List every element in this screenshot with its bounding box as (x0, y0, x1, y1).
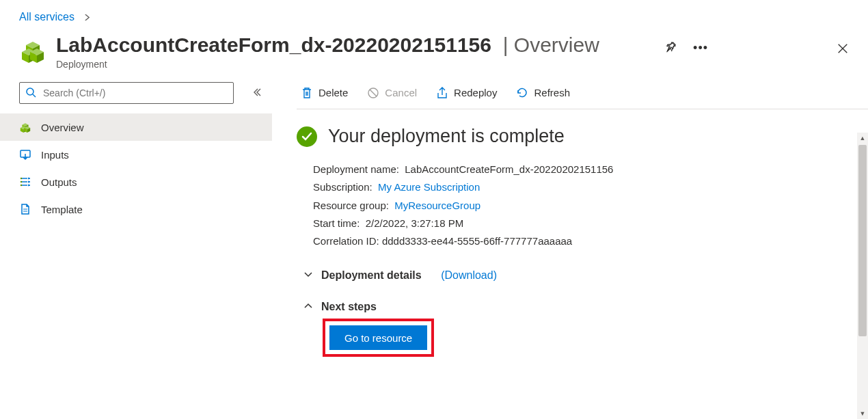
sidebar-item-label: Outputs (41, 176, 77, 188)
sidebar-nav: Overview Inputs Outputs Template (0, 109, 272, 223)
sidebar-item-label: Template (41, 204, 83, 215)
status-message: Your deployment is complete (328, 126, 565, 147)
svg-point-25 (21, 178, 22, 179)
svg-point-26 (21, 181, 22, 183)
svg-point-10 (27, 88, 33, 95)
chevron-down-icon (303, 269, 313, 282)
scroll-thumb[interactable] (858, 145, 867, 336)
resource-group-link[interactable]: MyResourceGroup (394, 200, 480, 211)
go-to-resource-highlight: Go to resource (323, 319, 434, 357)
download-link[interactable]: (Download) (441, 269, 497, 282)
title-resource-name: LabAccountCreateForm_dx-20220202151156 (56, 33, 491, 56)
chevron-up-icon (303, 301, 313, 313)
refresh-icon (516, 87, 528, 99)
go-to-resource-button[interactable]: Go to resource (329, 325, 427, 350)
more-icon[interactable]: ••• (693, 41, 708, 55)
detail-value-deployment: LabAccountCreateForm_dx-20220202151156 (405, 163, 613, 175)
sidebar-item-template[interactable]: Template (0, 195, 272, 223)
cubes-icon (19, 121, 31, 133)
svg-line-31 (370, 90, 377, 96)
breadcrumb-link-all-services[interactable]: All services (19, 11, 74, 23)
toolbar: Delete Cancel Redeploy Refresh (297, 77, 868, 109)
cancel-button: Cancel (367, 87, 417, 99)
subscription-link[interactable]: My Azure Subscription (378, 181, 480, 193)
sidebar-item-label: Inputs (41, 149, 69, 161)
collapse-sidebar-icon[interactable] (252, 87, 261, 99)
detail-value-start-time: 2/2/2022, 3:27:18 PM (366, 217, 463, 229)
page-header: LabAccountCreateForm_dx-20220202151156 |… (0, 29, 868, 77)
sidebar: Overview Inputs Outputs Template (0, 77, 272, 407)
status-row: Your deployment is complete (297, 126, 868, 147)
section-title: Deployment details (321, 269, 422, 282)
detail-label: Deployment name: (313, 163, 399, 175)
detail-label: Resource group: (313, 200, 389, 211)
template-icon (19, 203, 31, 215)
scroll-up-arrow-icon[interactable]: ▲ (857, 133, 868, 144)
delete-button[interactable]: Delete (301, 87, 348, 99)
section-title: Next steps (321, 301, 377, 313)
cancel-icon (367, 87, 379, 99)
toolbar-label: Refresh (534, 87, 570, 98)
search-input[interactable] (42, 87, 228, 99)
page-subtitle: Deployment (56, 59, 664, 70)
inputs-icon (19, 148, 31, 161)
deployment-details-list: Deployment name: LabAccountCreateForm_dx… (313, 161, 868, 250)
breadcrumb: All services (0, 0, 868, 29)
page-title: LabAccountCreateForm_dx-20220202151156 |… (56, 33, 664, 57)
refresh-button[interactable]: Refresh (516, 87, 570, 99)
sidebar-item-overview[interactable]: Overview (0, 113, 272, 141)
next-steps-section[interactable]: Next steps (303, 301, 868, 313)
svg-line-11 (33, 94, 36, 97)
deployment-details-section[interactable]: Deployment details (Download) (303, 269, 868, 282)
detail-label: Correlation ID: (313, 235, 379, 247)
main-content: Delete Cancel Redeploy Refresh (272, 77, 868, 407)
redeploy-icon (436, 87, 448, 99)
sidebar-item-outputs[interactable]: Outputs (0, 168, 272, 195)
toolbar-label: Redeploy (454, 87, 497, 98)
detail-label: Start time: (313, 217, 360, 229)
pin-icon[interactable] (664, 41, 677, 55)
chevron-right-icon (84, 13, 90, 23)
scroll-down-arrow-icon[interactable]: ▼ (857, 408, 868, 419)
success-check-icon (297, 126, 317, 147)
deployment-cubes-icon (19, 37, 46, 64)
sidebar-item-label: Overview (41, 122, 84, 133)
toolbar-label: Cancel (385, 87, 417, 98)
detail-value-correlation: dddd3333-ee44-5555-66ff-777777aaaaaa (382, 235, 572, 247)
svg-point-27 (21, 185, 22, 186)
search-box[interactable] (19, 82, 234, 104)
outputs-icon (19, 176, 31, 188)
vertical-scrollbar[interactable]: ▲ ▼ (857, 133, 868, 419)
toolbar-label: Delete (318, 87, 348, 98)
detail-label: Subscription: (313, 181, 372, 193)
title-page-name: Overview (514, 33, 599, 56)
sidebar-item-inputs[interactable]: Inputs (0, 141, 272, 168)
trash-icon (301, 87, 313, 99)
search-icon (25, 87, 36, 100)
redeploy-button[interactable]: Redeploy (436, 87, 497, 99)
close-icon[interactable] (837, 42, 849, 55)
